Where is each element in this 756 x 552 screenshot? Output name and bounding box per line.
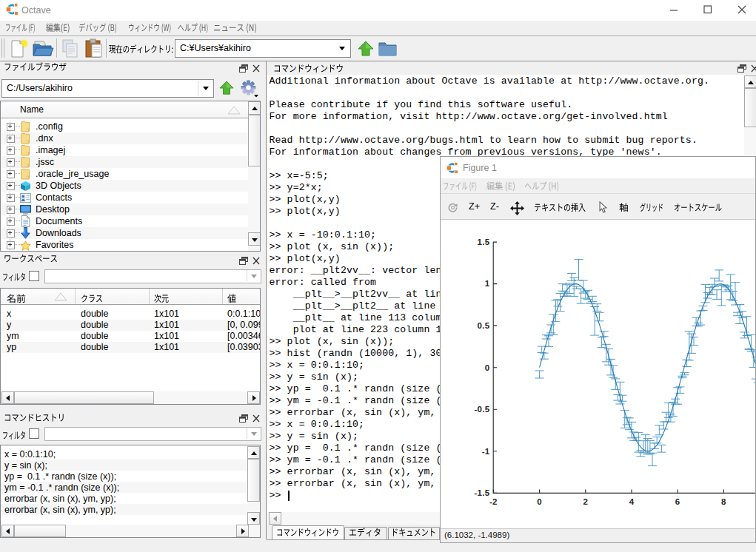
svg-text:1.5: 1.5 xyxy=(478,238,490,246)
svg-text:1: 1 xyxy=(485,279,490,288)
svg-text:6: 6 xyxy=(675,497,680,506)
svg-text:0.5: 0.5 xyxy=(478,321,490,330)
svg-text:-0.5: -0.5 xyxy=(474,405,489,414)
svg-text:8: 8 xyxy=(721,497,726,506)
svg-text:2: 2 xyxy=(583,497,588,506)
svg-text:0: 0 xyxy=(485,363,490,372)
svg-text:-2: -2 xyxy=(489,497,498,506)
svg-text:-1: -1 xyxy=(482,447,490,456)
svg-text:0: 0 xyxy=(537,497,542,506)
svg-text:-1.5: -1.5 xyxy=(474,488,489,497)
svg-text:4: 4 xyxy=(629,497,635,506)
